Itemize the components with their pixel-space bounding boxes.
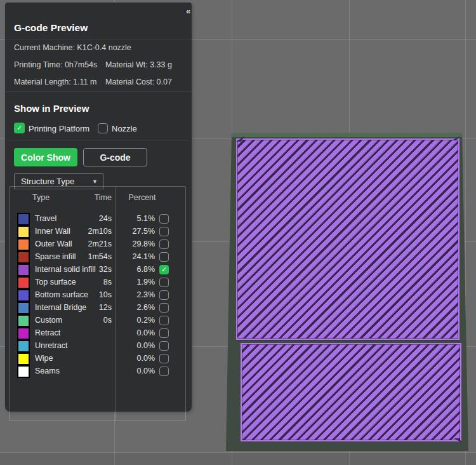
percent-value: 0.0% — [137, 328, 155, 337]
table-row: Travel24s5.1% — [10, 213, 185, 226]
type-color-swatch — [17, 353, 30, 365]
type-label: Inner Wall — [35, 227, 70, 236]
type-label: Internal Bridge — [35, 303, 86, 312]
table-row: Bottom surface10s2.3% — [10, 289, 185, 302]
percent-value: 29.8% — [133, 239, 155, 248]
table-row: Internal Bridge12s2.6% — [10, 302, 185, 314]
row-visibility-checkbox[interactable] — [159, 227, 169, 236]
type-color-swatch — [17, 264, 30, 276]
type-label: Outer Wall — [35, 239, 72, 248]
type-label: Wipe — [35, 354, 53, 363]
table-row: Internal solid infill32s6.8%✓ — [10, 264, 185, 276]
type-color-swatch — [17, 213, 30, 226]
type-color-swatch — [17, 314, 30, 327]
structure-type-label: Structure Type — [21, 177, 74, 186]
color-show-button[interactable]: Color Show — [14, 148, 77, 166]
printing-platform-label: Printing Platform — [29, 124, 89, 133]
material-length-text: Material Length: 1.11 m — [14, 78, 96, 86]
type-label: Internal solid infill — [35, 265, 96, 274]
type-color-swatch — [17, 340, 30, 353]
row-visibility-checkbox[interactable] — [159, 328, 169, 338]
structure-table-rows: Travel24s5.1%Inner Wall2m10s27.5%Outer W… — [10, 213, 185, 378]
type-label: Retract — [35, 328, 60, 337]
table-row: Inner Wall2m10s27.5% — [10, 226, 185, 238]
nozzle-checkbox[interactable] — [98, 123, 108, 133]
type-color-swatch — [17, 365, 30, 378]
row-visibility-checkbox[interactable] — [159, 354, 169, 363]
printing-time-text: Printing Time: 0h7m54s — [14, 60, 97, 69]
type-color-swatch — [17, 251, 30, 264]
row-visibility-checkbox[interactable]: ✓ — [159, 265, 169, 274]
percent-value: 1.9% — [137, 278, 155, 286]
plate-front-edge — [0, 453, 476, 465]
current-machine-text: Current Machine: K1C-0.4 nozzle — [14, 43, 131, 52]
table-row: Sparse infill1m54s24.1% — [10, 251, 185, 264]
type-label: Bottom surface — [35, 290, 88, 299]
time-value: 0s — [103, 316, 112, 325]
header-time: Time — [95, 193, 112, 202]
time-value: 24s — [99, 214, 112, 223]
table-row: Seams0.0% — [10, 365, 185, 378]
row-visibility-checkbox[interactable] — [159, 341, 169, 351]
type-color-swatch — [17, 276, 30, 289]
header-percent: Percent — [126, 193, 158, 202]
time-value: 32s — [99, 265, 112, 274]
row-visibility-checkbox[interactable] — [159, 239, 169, 249]
row-visibility-checkbox[interactable] — [159, 278, 169, 287]
percent-value: 0.0% — [137, 341, 155, 350]
type-label: Unretract — [35, 341, 67, 350]
percent-value: 27.5% — [133, 227, 155, 236]
row-visibility-checkbox[interactable] — [159, 303, 169, 313]
page-title: G-code Preview — [14, 22, 88, 34]
show-in-preview-heading: Show in Preview — [14, 103, 89, 114]
time-value: 2m10s — [88, 227, 112, 236]
table-row: Custom0s0.2% — [10, 314, 185, 327]
table-row: Retract0.0% — [10, 327, 185, 340]
type-label: Top surface — [35, 278, 76, 286]
table-row: Top surface8s1.9% — [10, 276, 185, 289]
header-type: Type — [32, 193, 50, 202]
material-cost-text: Material Cost: 0.07 — [105, 78, 172, 86]
row-visibility-checkbox[interactable] — [159, 316, 169, 325]
type-color-swatch — [17, 327, 30, 340]
type-color-swatch — [17, 302, 30, 314]
percent-value: 0.2% — [137, 316, 155, 325]
gcode-button[interactable]: G-code — [83, 148, 147, 166]
chevron-down-icon: ▼ — [92, 179, 98, 185]
material-wt-text: Material Wt: 3.33 g — [105, 60, 172, 69]
type-color-swatch — [17, 226, 30, 238]
gcode-object-infill-top — [236, 138, 459, 340]
row-visibility-checkbox[interactable] — [159, 290, 169, 300]
nozzle-label: Nozzle — [112, 124, 137, 133]
row-visibility-checkbox[interactable] — [159, 252, 169, 262]
printing-platform-checkbox[interactable]: ✓ — [14, 123, 25, 133]
percent-value: 2.6% — [137, 303, 155, 312]
time-value: 12s — [99, 303, 112, 312]
type-label: Custom — [35, 316, 62, 325]
collapse-panel-icon[interactable]: « — [180, 6, 195, 17]
row-visibility-checkbox[interactable] — [159, 214, 169, 224]
table-row: Outer Wall2m21s29.8% — [10, 238, 185, 251]
type-label: Sparse infill — [35, 252, 76, 261]
percent-value: 5.1% — [137, 214, 155, 223]
table-header: Type Time Percent — [10, 193, 185, 206]
percent-value: 0.0% — [137, 354, 155, 363]
time-value: 2m21s — [88, 239, 112, 248]
time-value: 1m54s — [88, 252, 112, 261]
percent-value: 0.0% — [137, 367, 155, 375]
table-row: Wipe0.0% — [10, 353, 185, 365]
type-label: Travel — [35, 214, 56, 223]
structure-type-table: Type Time Percent Travel24s5.1%Inner Wal… — [9, 186, 186, 421]
time-value: 10s — [99, 290, 112, 299]
percent-value: 24.1% — [133, 252, 155, 261]
percent-value: 6.8% — [137, 265, 155, 274]
gcode-object-infill-bottom — [241, 343, 461, 441]
type-color-swatch — [17, 289, 30, 302]
type-color-swatch — [17, 238, 30, 251]
percent-value: 2.3% — [137, 290, 155, 299]
platform-edge-highlight — [230, 133, 465, 137]
type-label: Seams — [35, 367, 60, 375]
table-row: Unretract0.0% — [10, 340, 185, 353]
row-visibility-checkbox[interactable] — [159, 367, 169, 376]
time-value: 8s — [103, 278, 112, 286]
